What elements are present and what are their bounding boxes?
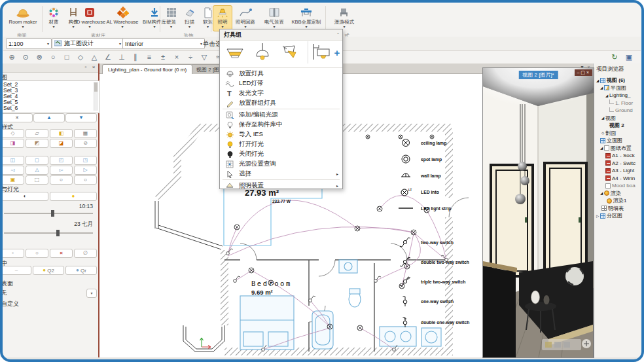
- menu-item-led-strip[interactable]: LED灯带: [220, 79, 342, 88]
- ribbon-button-electrical-devices[interactable]: 电气装置 ▾: [260, 5, 289, 31]
- expand-icon[interactable]: ◢: [600, 116, 605, 120]
- selected-blank-button[interactable]: –: [1, 266, 31, 275]
- cad-tool-icon[interactable]: ≡: [143, 52, 155, 62]
- cad-tool-icon[interactable]: ⊕: [6, 52, 18, 62]
- menu-item-glowing-text[interactable]: T 发光文字: [220, 88, 342, 98]
- time-slider[interactable]: [4, 213, 93, 214]
- menu-item-save-to-library[interactable]: 保存至构件库中: [220, 120, 342, 130]
- expand-icon[interactable]: ◢: [599, 191, 604, 195]
- style-button[interactable]: ◧: [50, 129, 73, 138]
- tree-item-ground[interactable]: Ground: [594, 107, 641, 115]
- tree-item-schedules[interactable]: 明细表: [594, 205, 641, 213]
- tree-item-views[interactable]: ◢视图 (6): [594, 77, 641, 84]
- render-window-controls[interactable]: ‒▢×: [575, 69, 592, 76]
- tree-item-sheet-a1[interactable]: A1 - Sock: [594, 152, 641, 160]
- selection-clear-button[interactable]: ×: [50, 249, 73, 258]
- ribbon-button-lighting[interactable]: 照明 ▾: [213, 5, 232, 31]
- tree-item-sheet-a3[interactable]: A3 - Light: [594, 167, 641, 175]
- tree-item-section[interactable]: ◇剖面: [594, 130, 641, 137]
- tree-item-zoning-plan[interactable]: ▷分区图: [594, 212, 641, 220]
- scene-list[interactable]: Set_2 Set_3 Set_4 Set_5 Set_6: [1, 81, 99, 113]
- tree-item-lighting-plan[interactable]: ◢Lighting_: [594, 92, 641, 100]
- scene-move-up-button[interactable]: ▲: [33, 113, 65, 122]
- style-button[interactable]: ⊘: [74, 139, 97, 148]
- cad-tool-icon[interactable]: ÷: [185, 52, 196, 62]
- cad-tool-icon[interactable]: ▽: [198, 52, 210, 62]
- tab-lighting-plan[interactable]: Lighting_plan - Ground floor (0 m): [102, 64, 192, 74]
- menu-item-import-ies[interactable]: 导入 IES: [220, 130, 342, 139]
- light-toggle-button[interactable]: ●: [50, 192, 97, 201]
- tree-item-view-2[interactable]: 视图 2: [594, 122, 641, 130]
- close-icon[interactable]: ×: [586, 70, 590, 75]
- menu-item-lighting-devices[interactable]: 照明装置 ▸: [220, 181, 342, 190]
- cad-tool-icon[interactable]: ∥: [130, 52, 141, 62]
- ribbon-button-room-maker[interactable]: Room maker ▾: [5, 5, 41, 31]
- ribbon-button-al-warehouse[interactable]: AL Warehouse ▾: [103, 5, 142, 31]
- menu-item-add-edit-light-source[interactable]: 添加/编辑光源: [220, 110, 342, 120]
- ribbon-button-kbb-custom[interactable]: KBB全屋定制 ▾: [289, 5, 324, 31]
- tree-item-render-1[interactable]: 渲染1: [594, 197, 641, 205]
- render-view-window[interactable]: 视图 2 [图片]* ‒▢×: [482, 67, 594, 358]
- zoom-button[interactable]: ○: [74, 175, 97, 185]
- style-button[interactable]: ◪: [50, 139, 73, 148]
- camera-button[interactable]: ◅: [1, 166, 24, 175]
- cad-tool-icon[interactable]: ⊗: [33, 52, 45, 62]
- style-button[interactable]: ◇: [1, 129, 24, 138]
- refresh-icon[interactable]: ↻: [609, 52, 620, 62]
- scale-combo[interactable]: 1:100▾: [6, 38, 52, 49]
- selection-tool-button[interactable]: ▫: [1, 249, 24, 258]
- cad-tool-icon[interactable]: ⊥: [116, 52, 128, 62]
- selection-hide-button[interactable]: ∅: [74, 249, 97, 258]
- zoom-button[interactable]: ▣: [1, 175, 24, 185]
- expand-icon[interactable]: ◢: [595, 79, 600, 82]
- view-button[interactable]: ◻: [26, 156, 48, 165]
- tree-item-floor-plans[interactable]: ◢平面图: [594, 84, 641, 92]
- tree-item-mood-board[interactable]: Mood boa: [594, 182, 641, 190]
- time-slider-thumb[interactable]: [51, 210, 54, 217]
- cad-tool-icon[interactable]: ×: [171, 52, 183, 62]
- style-button[interactable]: ▦: [74, 129, 97, 138]
- ribbon-button-hard-decor[interactable]: 硬装 ▾: [162, 5, 181, 31]
- scrollbar[interactable]: [94, 82, 98, 111]
- spot-lamp-button[interactable]: [279, 41, 301, 63]
- cad-tool-icon[interactable]: ◇: [75, 52, 86, 62]
- expand-icon[interactable]: ◢: [599, 146, 604, 150]
- q2-button[interactable]: ● Q2: [33, 266, 64, 275]
- cad-tool-icon[interactable]: ○: [47, 52, 59, 62]
- style-button[interactable]: ▱: [26, 129, 48, 138]
- expand-icon[interactable]: ◢: [599, 86, 604, 90]
- scene-move-down-button[interactable]: ▼: [65, 113, 97, 122]
- cad-tool-icon[interactable]: □: [61, 52, 73, 62]
- close-icon[interactable]: ×: [90, 64, 97, 70]
- menu-item-light-position-query[interactable]: 光源位置查询: [220, 159, 342, 169]
- menu-item-select[interactable]: 选择 ▸: [220, 169, 342, 179]
- list-item[interactable]: Set_6: [3, 105, 98, 111]
- cad-tool-icon[interactable]: ⊙: [20, 52, 31, 62]
- camera-button[interactable]: △: [26, 166, 48, 175]
- pendant-lamp-button[interactable]: [251, 41, 274, 63]
- cad-tool-icon[interactable]: △: [88, 52, 100, 62]
- menu-item-place-group-lamp[interactable]: 放置群组灯具: [220, 98, 342, 108]
- ribbon-button-walkthrough[interactable]: 漫游模式 ▾: [327, 5, 361, 31]
- view-button[interactable]: ◳: [74, 156, 97, 165]
- tree-item-renders[interactable]: ◢渲染: [594, 190, 641, 198]
- tree-item-view-group[interactable]: ◢视图: [594, 115, 641, 122]
- menu-item-lights-off[interactable]: 关闭灯光: [220, 149, 342, 159]
- tree-item-elevations[interactable]: 立面图: [594, 137, 641, 145]
- pin-icon[interactable]: ▫: [82, 64, 89, 70]
- tree-item-1-floor[interactable]: 1. Floor: [594, 100, 641, 107]
- cad-tool-icon[interactable]: ∠: [102, 52, 114, 62]
- zoom-button[interactable]: ○: [50, 175, 73, 185]
- surface-dropdown[interactable]: ▾: [86, 289, 97, 298]
- save-icon[interactable]: ▣: [623, 52, 635, 62]
- collapsed-icon[interactable]: ▷: [595, 214, 600, 218]
- add-lamp-type-button[interactable]: +: [332, 41, 342, 63]
- qr-button[interactable]: ● Qr: [65, 266, 97, 275]
- camera-button[interactable]: ▻: [50, 166, 73, 175]
- expand-icon[interactable]: ◢: [604, 94, 609, 98]
- ribbon-button-sweep[interactable]: 扫描 ▾: [180, 5, 199, 31]
- collapse-icon[interactable]: -: [337, 30, 339, 37]
- ribbon-button-material[interactable]: 材质 ▾: [44, 5, 63, 31]
- tree-item-sheets[interactable]: ◢图纸布置: [594, 145, 641, 153]
- menu-item-place-lamp[interactable]: 放置灯具: [220, 69, 342, 79]
